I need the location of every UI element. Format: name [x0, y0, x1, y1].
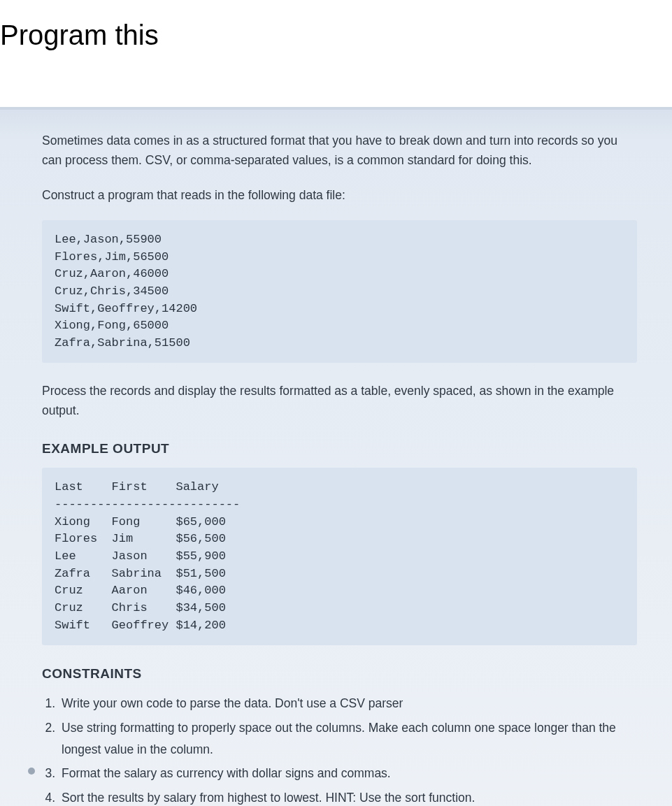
constraints-list: Write your own code to parse the data. D…: [42, 693, 637, 806]
constraints-heading: CONSTRAINTS: [42, 666, 637, 682]
constraint-item: Write your own code to parse the data. D…: [59, 693, 637, 714]
constraint-item: Format the salary as currency with dolla…: [59, 763, 637, 784]
constraint-text: Format the salary as currency with dolla…: [62, 766, 391, 780]
constraint-item: Sort the results by salary from highest …: [59, 787, 637, 806]
bullet-icon: [28, 768, 35, 775]
problem-content: Sometimes data comes in as a structured …: [0, 107, 672, 806]
process-paragraph: Process the records and display the resu…: [42, 381, 637, 420]
example-output-block: Last First Salary ----------------------…: [42, 468, 637, 645]
intro-paragraph-1: Sometimes data comes in as a structured …: [42, 131, 637, 170]
page-title: Program this: [0, 0, 672, 51]
example-output-heading: EXAMPLE OUTPUT: [42, 441, 637, 456]
data-file-block: Lee,Jason,55900 Flores,Jim,56500 Cruz,Aa…: [42, 220, 637, 363]
intro-paragraph-2: Construct a program that reads in the fo…: [42, 185, 637, 205]
constraint-item: Use string formatting to properly space …: [59, 717, 637, 760]
